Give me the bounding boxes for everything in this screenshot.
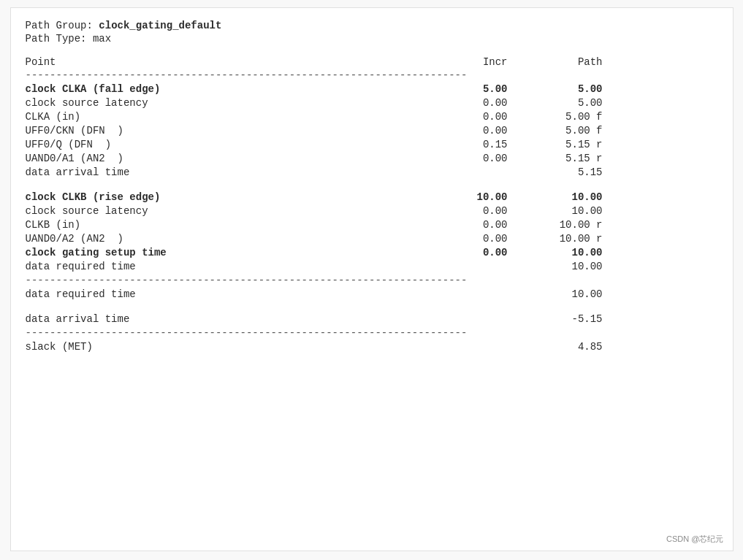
- row-incr: [435, 288, 508, 300]
- timing-table: Point Incr Path ------------------------…: [26, 56, 718, 353]
- header-line2: Path Type: max: [26, 33, 718, 45]
- table-row: clock source latency 0.00 10.00: [26, 205, 718, 217]
- row-point: data required time: [26, 261, 435, 272]
- row-incr: 0.00: [435, 233, 508, 245]
- spacer: [26, 302, 718, 311]
- row-point: data required time: [26, 288, 435, 300]
- section-1: clock CLKA (fall edge) 5.00 5.00 clock s…: [26, 83, 718, 178]
- row-point: CLKA (in): [26, 111, 435, 123]
- row-point: clock source latency: [26, 97, 435, 109]
- divider-mid: ----------------------------------------…: [26, 275, 718, 286]
- row-path: 5.15: [508, 166, 603, 178]
- slack-path: 4.85: [508, 341, 603, 353]
- row-point: clock gating setup time: [26, 247, 435, 258]
- table-row: data required time 10.00: [26, 288, 718, 300]
- row-point: UAND0/A2 (AN2 ): [26, 233, 435, 245]
- spacer: [26, 180, 718, 189]
- table-row: UFF0/Q (DFN ) 0.15 5.15 r: [26, 139, 718, 150]
- col-header-path: Path: [508, 56, 603, 68]
- row-incr: 0.00: [435, 125, 508, 137]
- row-incr: 0.00: [435, 219, 508, 231]
- table-row: UAND0/A2 (AN2 ) 0.00 10.00 r: [26, 233, 718, 245]
- col-header-incr: Incr: [435, 56, 508, 68]
- row-path: 5.00 f: [508, 111, 603, 123]
- row-path: 5.15 r: [508, 153, 603, 164]
- row-point: clock CLKA (fall edge): [26, 83, 435, 95]
- row-point: data arrival time: [26, 313, 435, 325]
- table-row: UAND0/A1 (AN2 ) 0.00 5.15 r: [26, 153, 718, 164]
- row-incr: 0.15: [435, 139, 508, 150]
- table-header: Point Incr Path: [26, 56, 718, 68]
- table-row: CLKB (in) 0.00 10.00 r: [26, 219, 718, 231]
- slack-row: slack (MET) 4.85: [26, 341, 718, 353]
- path-group-name: clock_gating_default: [99, 20, 221, 31]
- row-point: UFF0/CKN (DFN ): [26, 125, 435, 137]
- row-incr: 0.00: [435, 97, 508, 109]
- section-2: clock CLKB (rise edge) 10.00 10.00 clock…: [26, 191, 718, 272]
- col-header-point: Point: [26, 56, 435, 68]
- row-incr: [435, 166, 508, 178]
- row-path: 5.00: [508, 97, 603, 109]
- row-incr: 0.00: [435, 205, 508, 217]
- row-incr: [435, 313, 508, 325]
- table-row: clock CLKB (rise edge) 10.00 10.00: [26, 191, 718, 203]
- slack-incr: [435, 341, 508, 353]
- row-incr: 10.00: [435, 191, 508, 203]
- row-path: 10.00: [508, 247, 603, 258]
- row-incr: 0.00: [435, 247, 508, 258]
- divider-bottom: ----------------------------------------…: [26, 327, 718, 339]
- row-incr: 0.00: [435, 153, 508, 164]
- row-point: clock source latency: [26, 205, 435, 217]
- row-incr: 0.00: [435, 111, 508, 123]
- row-path: 10.00: [508, 261, 603, 272]
- row-point: clock CLKB (rise edge): [26, 191, 435, 203]
- row-path: 10.00 r: [508, 219, 603, 231]
- table-row: UFF0/CKN (DFN ) 0.00 5.00 f: [26, 125, 718, 137]
- row-path: 5.15 r: [508, 139, 603, 150]
- summary-section: data required time 10.00 data arrival ti…: [26, 288, 718, 325]
- row-point: UFF0/Q (DFN ): [26, 139, 435, 150]
- table-row: data required time 10.00: [26, 261, 718, 272]
- table-row: data arrival time 5.15: [26, 166, 718, 178]
- header-line1: Path Group: clock_gating_default: [26, 20, 718, 31]
- table-row: clock CLKA (fall edge) 5.00 5.00: [26, 83, 718, 95]
- row-path: 10.00: [508, 205, 603, 217]
- slack-point: slack (MET): [26, 341, 435, 353]
- row-path: -5.15: [508, 313, 603, 325]
- row-point: UAND0/A1 (AN2 ): [26, 153, 435, 164]
- row-incr: 5.00: [435, 83, 508, 95]
- main-container: Path Group: clock_gating_default Path Ty…: [10, 7, 734, 551]
- row-path: 5.00 f: [508, 125, 603, 137]
- row-path: 10.00: [508, 191, 603, 203]
- row-point: data arrival time: [26, 166, 435, 178]
- table-row: data arrival time -5.15: [26, 313, 718, 325]
- row-point: CLKB (in): [26, 219, 435, 231]
- row-path: 5.00: [508, 83, 603, 95]
- watermark: CSDN @芯纪元: [666, 534, 723, 545]
- table-row: clock source latency 0.00 5.00: [26, 97, 718, 109]
- row-path: 10.00: [508, 288, 603, 300]
- row-incr: [435, 261, 508, 272]
- table-row: CLKA (in) 0.00 5.00 f: [26, 111, 718, 123]
- row-path: 10.00 r: [508, 233, 603, 245]
- table-row: clock gating setup time 0.00 10.00: [26, 247, 718, 258]
- divider-top: ----------------------------------------…: [26, 69, 718, 81]
